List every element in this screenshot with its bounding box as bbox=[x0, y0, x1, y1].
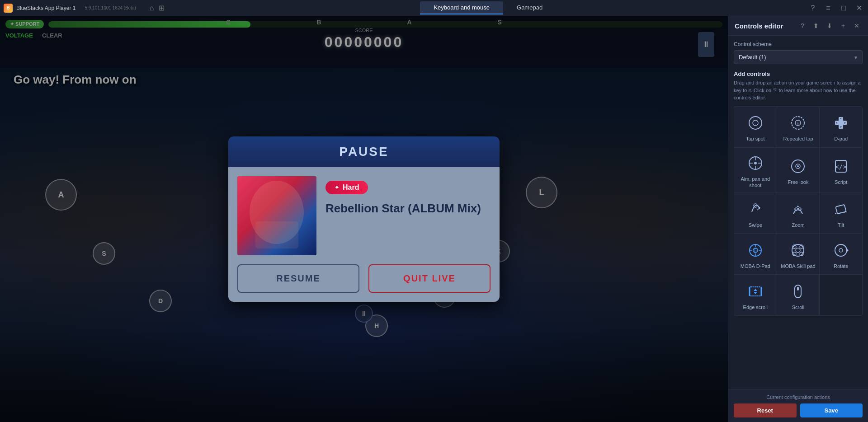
svg-marker-52 bbox=[754, 292, 757, 294]
resume-button[interactable]: RESUME bbox=[237, 264, 359, 293]
control-zoom[interactable]: Zoom bbox=[777, 192, 820, 233]
reset-button[interactable]: Reset bbox=[734, 403, 797, 417]
add-controls-desc: Drag and drop an action on your game scr… bbox=[734, 79, 863, 102]
panel-import-button[interactable]: ⬆ bbox=[811, 21, 821, 31]
zoom-label: Zoom bbox=[792, 222, 804, 228]
minimize-button[interactable]: □ bbox=[838, 3, 849, 14]
svg-point-3 bbox=[749, 117, 762, 129]
app-icon: B bbox=[4, 4, 13, 13]
game-area: ✦ SUPPORT VOLTAGE CLEAR C B A S SCORE 00… bbox=[0, 16, 728, 422]
svg-marker-51 bbox=[754, 289, 757, 291]
panel-add-scheme-button[interactable]: ＋ bbox=[838, 21, 848, 31]
grid-icon[interactable]: ⊞ bbox=[159, 4, 165, 12]
close-button[interactable]: ✕ bbox=[854, 3, 864, 14]
zoom-icon bbox=[788, 199, 808, 219]
svg-text:5: 5 bbox=[754, 248, 757, 253]
song-art bbox=[237, 176, 316, 255]
scroll-icon bbox=[788, 281, 808, 301]
svg-point-25 bbox=[797, 165, 799, 167]
pause-dialog: PAUSE bbox=[228, 136, 500, 302]
script-icon: </> bbox=[831, 156, 851, 176]
aim-pan-icon bbox=[745, 153, 765, 173]
control-moba-dpad[interactable]: 5 MOBA D-Pad bbox=[734, 234, 777, 274]
control-rotate[interactable]: Rotate bbox=[820, 234, 862, 274]
pause-title: PAUSE bbox=[236, 145, 491, 159]
control-tap-spot[interactable]: Tap spot bbox=[734, 107, 777, 147]
scheme-select-wrapper: Default (1) bbox=[734, 50, 863, 64]
control-tilt[interactable]: Tilt bbox=[820, 192, 862, 233]
home-icon[interactable]: ⌂ bbox=[150, 4, 154, 12]
panel-body: Control scheme Default (1) Add controls … bbox=[728, 36, 868, 389]
main-content: ✦ SUPPORT VOLTAGE CLEAR C B A S SCORE 00… bbox=[0, 16, 868, 422]
pause-buttons: RESUME QUIT LIVE bbox=[237, 264, 491, 293]
song-title: Rebellion Star (ALBUM Mix) bbox=[326, 201, 491, 216]
svg-rect-48 bbox=[750, 287, 761, 296]
tab-gamepad[interactable]: Gamepad bbox=[503, 1, 556, 14]
svg-text:+: + bbox=[797, 120, 800, 127]
tabs-area: Keyboard and mouse Gamepad bbox=[169, 1, 807, 14]
swipe-icon bbox=[745, 199, 765, 219]
menu-button[interactable]: ≡ bbox=[823, 3, 834, 14]
control-edge-scroll[interactable]: Edge scroll bbox=[734, 275, 777, 315]
panel-title: Controls editor bbox=[735, 22, 783, 30]
svg-point-46 bbox=[839, 249, 843, 252]
pause-overlay: PAUSE bbox=[0, 16, 728, 422]
app-version: 5.9.101.1001 1624 (Beta) bbox=[85, 5, 136, 10]
edge-scroll-label: Edge scroll bbox=[743, 304, 768, 310]
difficulty-label: Hard bbox=[343, 183, 359, 192]
scroll-label: Scroll bbox=[792, 304, 805, 310]
control-scheme-section: Control scheme Default (1) bbox=[734, 41, 863, 64]
aim-pan-label: Aim, pan and shoot bbox=[737, 176, 774, 189]
pause-header: PAUSE bbox=[228, 136, 500, 167]
svg-point-40 bbox=[796, 248, 800, 253]
control-script[interactable]: </> Script bbox=[820, 148, 862, 192]
control-aim-pan[interactable]: Aim, pan and shoot bbox=[734, 148, 777, 192]
moba-dpad-icon: 5 bbox=[745, 240, 765, 260]
tap-spot-icon bbox=[745, 113, 765, 133]
scheme-select[interactable]: Default (1) bbox=[734, 50, 863, 64]
control-moba-skill[interactable]: MOBA Skill pad bbox=[777, 234, 820, 274]
song-thumbnail bbox=[237, 176, 316, 255]
repeated-tap-label: Repeated tap bbox=[783, 136, 813, 142]
difficulty-badge: Hard bbox=[326, 181, 368, 194]
swipe-label: Swipe bbox=[749, 222, 762, 228]
panel-footer: Current configuration actions Reset Save bbox=[728, 389, 868, 422]
tap-spot-label: Tap spot bbox=[746, 136, 765, 142]
svg-rect-2 bbox=[255, 221, 298, 249]
svg-text:</>: </> bbox=[835, 163, 847, 170]
moba-skill-label: MOBA Skill pad bbox=[781, 263, 815, 269]
quit-button[interactable]: QUIT LIVE bbox=[368, 264, 491, 293]
panel-export-button[interactable]: ⬇ bbox=[825, 21, 835, 31]
app-title: BlueStacks App Player 1 bbox=[16, 5, 75, 11]
panel-close-button[interactable]: ✕ bbox=[852, 21, 862, 31]
footer-label: Current configuration actions bbox=[734, 394, 863, 400]
edge-scroll-icon bbox=[745, 281, 765, 301]
controls-panel: Controls editor ? ⬆ ⬇ ＋ ✕ Control scheme… bbox=[728, 16, 868, 422]
control-repeated-tap[interactable]: + Repeated tap bbox=[777, 107, 820, 147]
script-label: Script bbox=[835, 179, 847, 185]
help-button[interactable]: ? bbox=[807, 3, 818, 14]
titlebar: B BlueStacks App Player 1 5.9.101.1001 1… bbox=[0, 0, 868, 16]
free-look-label: Free look bbox=[788, 179, 809, 185]
add-controls-title: Add controls bbox=[734, 70, 863, 77]
control-d-pad[interactable]: D-pad bbox=[820, 107, 862, 147]
svg-marker-47 bbox=[847, 249, 849, 252]
panel-titlebar: Controls editor ? ⬆ ⬇ ＋ ✕ bbox=[728, 16, 868, 36]
svg-rect-54 bbox=[797, 287, 799, 291]
tab-keyboard[interactable]: Keyboard and mouse bbox=[420, 1, 503, 14]
rotate-label: Rotate bbox=[834, 263, 848, 269]
panel-title-icons: ? ⬆ ⬇ ＋ ✕ bbox=[797, 21, 862, 31]
moba-dpad-label: MOBA D-Pad bbox=[741, 263, 770, 269]
save-button[interactable]: Save bbox=[800, 403, 863, 417]
rotate-icon bbox=[831, 240, 851, 260]
pause-body: Hard Rebellion Star (ALBUM Mix) RESUME Q… bbox=[228, 167, 500, 302]
control-free-look[interactable]: Free look bbox=[777, 148, 820, 192]
song-info: Hard Rebellion Star (ALBUM Mix) bbox=[326, 176, 491, 255]
scheme-section-label: Control scheme bbox=[734, 41, 863, 47]
control-scroll[interactable]: Scroll bbox=[777, 275, 820, 315]
svg-point-4 bbox=[753, 120, 758, 126]
panel-help-button[interactable]: ? bbox=[797, 21, 807, 31]
controls-grid: Tap spot + Repeated tap bbox=[734, 106, 863, 316]
control-swipe[interactable]: Swipe bbox=[734, 192, 777, 233]
footer-buttons: Reset Save bbox=[734, 403, 863, 417]
